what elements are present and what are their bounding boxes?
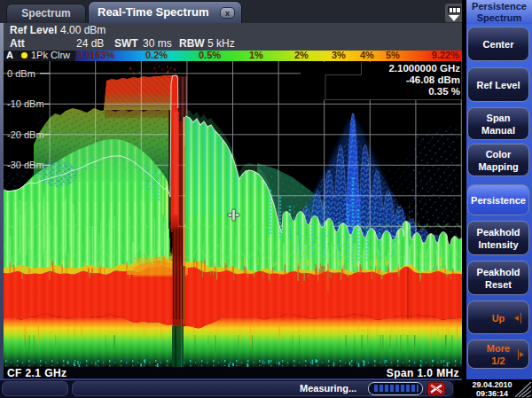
svg-text:-20 dBm: -20 dBm: [7, 129, 44, 140]
svg-text:-46.08 dBm: -46.08 dBm: [406, 74, 460, 85]
svg-text:-10 dBm: -10 dBm: [7, 98, 44, 109]
svg-text:-30 dBm: -30 dBm: [7, 160, 44, 170]
svg-text:2.1000000 GHz: 2.1000000 GHz: [388, 63, 460, 74]
svg-text:0.35 %: 0.35 %: [428, 86, 460, 97]
svg-text:0 dBm: 0 dBm: [7, 68, 35, 79]
